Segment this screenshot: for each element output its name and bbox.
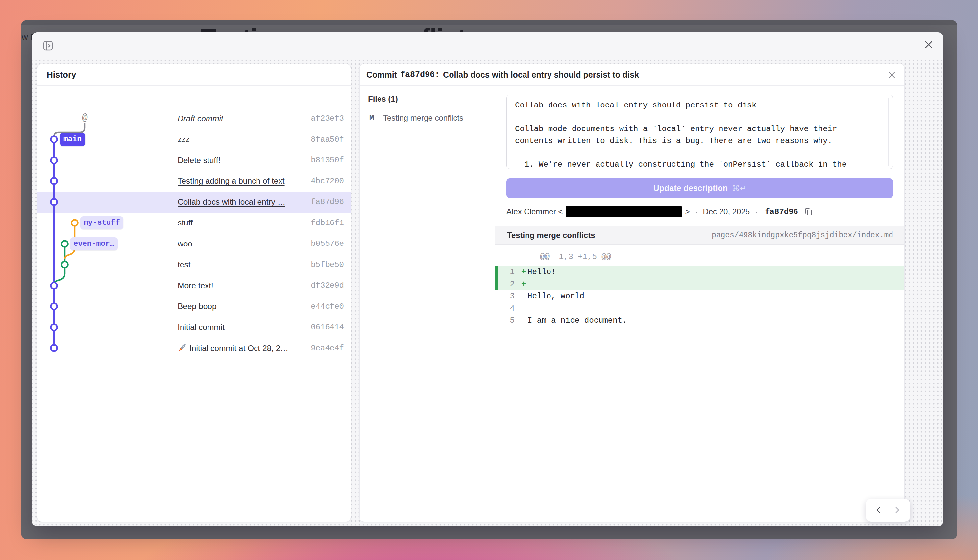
commit-graph-area: Draft commit af23ef3 zzz 8faa50f Delete … [37, 86, 350, 522]
history-pager [866, 498, 910, 522]
commit-title-link[interactable]: zzz [178, 135, 190, 144]
redacted-email [566, 206, 682, 217]
diff-line: 5 I am a nice document. [495, 315, 905, 327]
commit-date: Dec 20, 2025 [703, 207, 750, 216]
prev-commit-button[interactable] [874, 505, 884, 515]
diff-line-number: 2 [497, 280, 515, 288]
commit-short-hash: fa87d96 [765, 207, 798, 216]
modal-toolbar [32, 32, 943, 60]
sidebar-toggle-icon[interactable] [43, 41, 53, 51]
commit-hash: b81350f [311, 156, 344, 165]
commit-hash: e44cfe0 [311, 302, 344, 311]
commit-row[interactable]: test b5fbe50 [37, 254, 350, 275]
chevron-left-icon [875, 506, 883, 514]
commit-hash: 8faa50f [311, 135, 344, 144]
diff-line-number: 4 [497, 304, 515, 313]
history-modal: History Draft commit af23ef3 zzz 8faa50f… [32, 32, 943, 527]
separator-dot: · [755, 207, 758, 216]
diff-line-number: 5 [497, 316, 515, 325]
author-name: Alex Clemmer < [506, 207, 562, 216]
commit-hash: df32e9d [311, 281, 344, 290]
commit-title-text: Initial commit at Oct 28, 2… [189, 344, 289, 353]
commit-title-link[interactable]: test [178, 260, 191, 269]
commit-author-row: Alex Clemmer < > · Dec 20, 2025 · fa87d9… [506, 206, 893, 218]
file-status-modified: M [369, 114, 383, 123]
next-commit-button[interactable] [892, 505, 902, 515]
commit-hash: fdb16f1 [311, 218, 344, 227]
diff-line-number: 3 [497, 292, 515, 301]
diff-line: 4 [495, 302, 905, 315]
description-scrollbar[interactable] [888, 98, 889, 166]
branch-badge-even-more: even-mor… [70, 237, 118, 250]
modal-close-icon[interactable] [924, 40, 933, 49]
commit-hash: b05576e [311, 239, 344, 248]
commit-hash: af23ef3 [311, 114, 344, 123]
commit-title-link[interactable]: Beep boop [178, 302, 217, 311]
commit-hash: 9ea4e4f [311, 344, 344, 353]
diff-file-header: Testing merge conflicts pages/498kindgpx… [495, 226, 905, 245]
commit-hash: b5fbe50 [311, 260, 344, 269]
commit-row[interactable]: Initial commit 0616414 [37, 317, 350, 338]
chevron-right-icon [893, 506, 901, 514]
diff-file-path: pages/498kindgpxke5fpq8jsjdibex/index.md [712, 231, 893, 240]
commit-title-link[interactable]: More text! [178, 281, 214, 290]
commit-row[interactable]: Initial commit at Oct 28, 2… 9ea4e4f [37, 338, 350, 359]
file-row[interactable]: M Testing merge conflicts [368, 113, 488, 123]
diff-hunk-header: @@ -1,3 +1,5 @@ [495, 251, 905, 263]
commit-row[interactable]: Delete stuff! b81350f [37, 150, 350, 171]
commit-hash: 4bc7200 [311, 177, 344, 186]
commit-title-link[interactable]: Initial commit at Oct 28, 2… [178, 343, 289, 353]
commit-row[interactable]: Testing adding a bunch of text 4bc7200 [37, 171, 350, 192]
diff-file-name: Testing merge conflicts [507, 231, 595, 240]
commit-row[interactable]: Beep boop e44cfe0 [37, 296, 350, 317]
head-marker: @ [79, 113, 90, 123]
commit-row[interactable]: More text! df32e9d [37, 275, 350, 296]
history-panel-title: History [37, 64, 350, 86]
commit-hash: fa87d96 [311, 198, 344, 207]
commit-hash: 0616414 [311, 323, 344, 332]
commit-title-link[interactable]: Testing adding a bunch of text [178, 177, 285, 186]
update-description-button[interactable]: Update description ⌘↵ [506, 178, 893, 198]
commit-detail-panel: Commit fa87d96: Collab docs with local e… [359, 64, 905, 522]
commit-title-link[interactable]: Draft commit [178, 114, 223, 123]
branch-badge-main: main [60, 133, 85, 146]
panel-close-icon[interactable] [888, 71, 896, 79]
diff-line-sign: + [515, 268, 527, 277]
branch-badge-my-stuff: my-stuff [80, 216, 124, 229]
diff-line: 3 Hello, world [495, 290, 905, 302]
author-bracket: > [685, 207, 689, 216]
background-app-topbar [22, 20, 957, 25]
diff-line-number: 1 [497, 268, 515, 277]
commit-header-prefix: Commit [366, 70, 397, 80]
commit-title-link[interactable]: stuff [178, 218, 193, 227]
diff-line-text: Hello, world [527, 292, 584, 301]
commit-detail-header: Commit fa87d96: Collab docs with local e… [360, 64, 905, 86]
diff-body: @@ -1,3 +1,5 @@ 1 + Hello! 2 + 3 He [495, 245, 905, 522]
rocket-icon [178, 343, 187, 352]
separator-dot: · [695, 207, 698, 216]
update-description-label: Update description [653, 183, 728, 193]
files-count-label: Files (1) [368, 94, 488, 103]
file-name: Testing merge conflicts [383, 113, 463, 123]
history-panel: History Draft commit af23ef3 zzz 8faa50f… [37, 64, 351, 522]
commit-header-title: Collab docs with local entry should pers… [443, 70, 639, 80]
diff-line-text: I am a nice document. [527, 316, 627, 325]
diff-line-added: 1 + Hello! [495, 266, 905, 278]
files-column: Files (1) M Testing merge conflicts [360, 86, 495, 522]
commit-title-link[interactable]: Initial commit [178, 323, 225, 332]
commit-description-input[interactable]: Collab docs with local entry should pers… [506, 95, 893, 169]
diff-line-added: 2 + [495, 278, 905, 290]
diff-line-text: Hello! [527, 268, 556, 277]
commit-header-hash: fa87d96: [400, 70, 440, 80]
commit-row-selected[interactable]: Collab docs with local entry … fa87d96 [37, 192, 350, 213]
diff-line-sign: + [515, 280, 527, 288]
commit-title-link[interactable]: Collab docs with local entry … [178, 198, 285, 207]
copy-hash-icon[interactable] [804, 207, 813, 216]
commit-title-link[interactable]: woo [178, 239, 192, 248]
commit-title-link[interactable]: Delete stuff! [178, 156, 220, 165]
keyboard-shortcut-hint: ⌘↵ [732, 184, 746, 193]
